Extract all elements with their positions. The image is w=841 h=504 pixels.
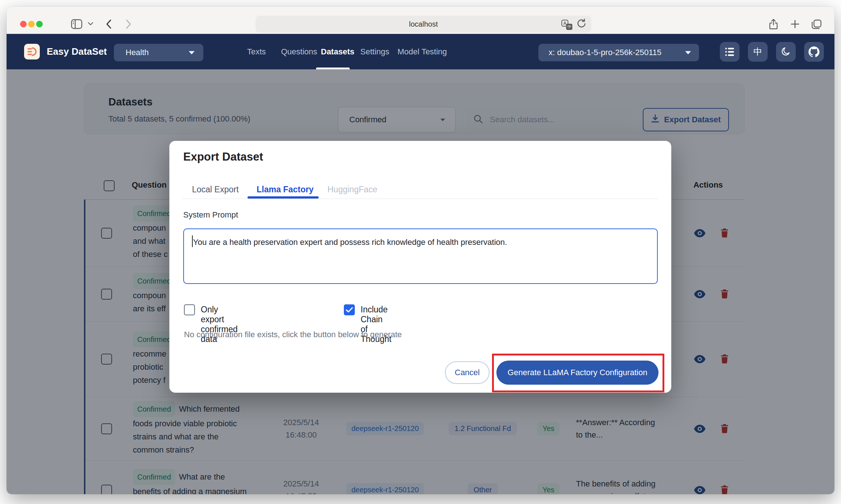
dark-mode-moon-icon[interactable] <box>776 42 796 62</box>
tab-huggingface[interactable]: HuggingFace <box>327 185 377 195</box>
address-bar[interactable]: localhost A 中 <box>256 16 591 32</box>
url-text: localhost <box>256 16 591 32</box>
github-icon[interactable] <box>804 42 824 62</box>
browser-window: localhost A 中 Easy DataSet <box>7 7 834 494</box>
reload-icon[interactable] <box>577 19 586 30</box>
translate-cn-glyph: 中 <box>566 24 572 30</box>
only-confirmed-checkbox[interactable] <box>184 304 195 315</box>
modal-title: Export Dataset <box>183 150 263 163</box>
nav-item-settings[interactable]: Settings <box>360 34 389 69</box>
nav-item-questions[interactable]: Questions <box>281 34 317 69</box>
nav-item-texts[interactable]: Texts <box>247 34 266 69</box>
chevron-down-icon[interactable] <box>88 22 93 26</box>
task-list-button[interactable] <box>720 42 740 62</box>
annotation-highlight-rectangle <box>492 354 664 392</box>
system-prompt-value: You are a health preservation expert and… <box>193 236 650 248</box>
sidebar-icon[interactable] <box>71 19 82 29</box>
minimize-window-button[interactable] <box>28 21 35 27</box>
cancel-button[interactable]: Cancel <box>445 361 489 384</box>
system-prompt-label: System Prompt <box>183 210 238 220</box>
model-select-value: x: doubao-1-5-pro-256k-250115 <box>549 48 661 57</box>
project-select-value: Health <box>126 48 149 57</box>
app-logo[interactable] <box>24 44 40 59</box>
tab-llama-factory[interactable]: Llama Factory <box>257 185 314 195</box>
back-button[interactable] <box>106 19 112 29</box>
system-prompt-textarea[interactable]: You are a health preservation expert and… <box>183 228 658 284</box>
include-cot-checkbox[interactable] <box>344 304 355 315</box>
chevron-down-icon <box>685 51 691 54</box>
browser-toolbar: localhost A 中 <box>7 7 834 34</box>
language-toggle-button[interactable]: 中 <box>748 42 768 62</box>
forward-button[interactable] <box>126 19 131 29</box>
zoom-window-button[interactable] <box>36 21 43 27</box>
nav-item-model-testing[interactable]: Model Testing <box>398 34 447 69</box>
share-icon[interactable] <box>769 19 778 30</box>
model-select[interactable]: x: doubao-1-5-pro-256k-250115 <box>538 44 699 61</box>
tab-local-export[interactable]: Local Export <box>192 185 239 195</box>
chevron-down-icon <box>189 51 195 54</box>
text-cursor <box>192 235 193 247</box>
app-navbar: Easy DataSet Health Texts Questions Data… <box>7 34 834 69</box>
no-config-message: No configuration file exists, click the … <box>184 330 402 339</box>
language-zh-glyph: 中 <box>753 46 762 58</box>
translate-icon[interactable]: A 中 <box>561 19 572 30</box>
tab-overview-icon[interactable] <box>811 19 822 30</box>
page-content: Datasets Total 5 datasets, 5 confirmed (… <box>7 69 834 494</box>
brand-title: Easy DataSet <box>47 34 107 69</box>
new-tab-icon[interactable] <box>790 19 800 29</box>
project-select[interactable]: Health <box>114 44 203 61</box>
nav-item-datasets[interactable]: Datasets <box>321 34 354 69</box>
close-window-button[interactable] <box>20 21 27 27</box>
tabs-divider <box>183 199 658 199</box>
